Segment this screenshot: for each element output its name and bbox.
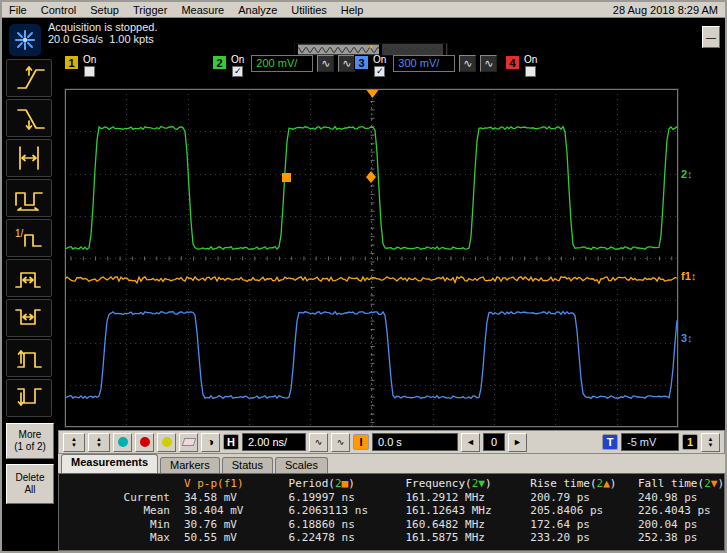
marker-cyan-button[interactable] — [113, 433, 132, 452]
channel-2-waveform-button-1[interactable]: ∿ — [317, 55, 334, 72]
measurement-row-current: Current34.58 mV6.19997 ns161.2912 MHz200… — [85, 491, 724, 505]
delay-field[interactable]: 0.0 s — [372, 433, 458, 451]
collapse-button[interactable]: — — [702, 26, 720, 48]
tab-measurements[interactable]: Measurements — [61, 454, 158, 473]
measurement-row-max: Max50.55 mV6.22478 ns161.5875 MHz233.20 … — [85, 531, 724, 545]
trace-offset-label-2[interactable]: 2↕ — [681, 168, 693, 180]
delay-right-button[interactable]: ► — [508, 433, 527, 452]
channel-2-waveform-button-2[interactable]: ∿ — [338, 55, 355, 72]
hzoom-out-button[interactable]: ∿ — [309, 433, 328, 452]
measure-vmax-button[interactable] — [6, 339, 52, 377]
measure-delta-time-button[interactable] — [6, 139, 52, 177]
measurement-toolbar: 1/ — [6, 59, 52, 417]
memory-bar-handle-right[interactable] — [443, 44, 446, 55]
delete-all-sub: All — [24, 484, 35, 496]
menu-bar: FileControlSetupTriggerMeasureAnalyzeUti… — [2, 2, 725, 18]
svg-text:1/: 1/ — [15, 228, 24, 239]
channel-1-checkbox[interactable] — [84, 66, 95, 77]
measurement-header: Period(2■) — [281, 477, 398, 491]
measurement-value: 200.79 ps — [522, 491, 630, 505]
menu-file[interactable]: File — [9, 4, 27, 16]
measurement-header: Fall time(2▼) — [630, 477, 724, 491]
menu-analyze[interactable]: Analyze — [238, 4, 277, 16]
menu-control[interactable]: Control — [41, 4, 76, 16]
measurement-header: Frequency(2▼) — [397, 477, 522, 491]
menu-setup[interactable]: Setup — [90, 4, 119, 16]
delay-step-field[interactable]: 0 — [483, 433, 505, 451]
hzoom-in-button[interactable]: ∿ — [331, 433, 350, 452]
measure-fall-time-icon — [18, 110, 44, 129]
scope-logo-icon — [9, 24, 41, 56]
menu-items: FileControlSetupTriggerMeasureAnalyzeUti… — [9, 4, 363, 16]
measure-pos-width-icon — [16, 273, 40, 287]
menu-measure[interactable]: Measure — [181, 4, 224, 16]
measure-period-icon — [16, 193, 42, 210]
channel-1-button[interactable]: 1 — [64, 55, 79, 70]
memory-bar-handle-left[interactable] — [295, 44, 298, 55]
measurement-value: 233.20 ps — [522, 531, 630, 545]
display-brightness-button[interactable]: ◑ — [201, 433, 220, 452]
measure-delta-time-icon — [20, 147, 38, 169]
channel-4-button[interactable]: 4 — [505, 55, 520, 70]
timebase-field[interactable]: 2.00 ns/ — [242, 433, 306, 451]
measure-pos-width-button[interactable] — [6, 259, 52, 297]
menu-help[interactable]: Help — [341, 4, 364, 16]
eraser-button[interactable] — [179, 433, 198, 452]
tab-scales[interactable]: Scales — [275, 457, 328, 473]
acquisition-status: Acquisition is stopped. — [48, 21, 157, 33]
grid-spinner-1[interactable]: ▲ ▼ — [63, 433, 85, 452]
more-button[interactable]: More (1 of 2) — [6, 423, 54, 459]
measurement-row-label: Mean — [85, 504, 176, 518]
contrast-icon: ◑ — [207, 435, 214, 449]
measurement-value: 161.5875 MHz — [397, 531, 522, 545]
measurement-value: 6.22478 ns — [281, 531, 398, 545]
grid-spinner-2[interactable]: ▲ ▼ — [88, 433, 110, 452]
delete-all-button[interactable]: Delete All — [6, 464, 54, 504]
channel-3-scale-field[interactable]: 300 mV/ — [393, 55, 455, 72]
channel-2-on-label: On — [231, 55, 244, 65]
channel-4-checkbox[interactable] — [525, 66, 536, 77]
trigger-tag: T — [602, 434, 618, 450]
trigger-level-spinner[interactable]: ▲ ▼ — [701, 433, 720, 452]
trace-offset-label-3[interactable]: 3↕ — [681, 332, 693, 344]
trigger-source-button[interactable]: 1 — [682, 434, 698, 450]
measurement-value: 50.55 mV — [176, 531, 281, 545]
marker-red-button[interactable] — [135, 433, 154, 452]
measurement-value: 205.8406 ps — [522, 504, 630, 518]
channel-3-waveform-button-2[interactable]: ∿ — [480, 55, 497, 72]
delay-left-button[interactable]: ◄ — [461, 433, 480, 452]
more-button-label: More — [19, 429, 42, 441]
clock: 28 Aug 2018 8:29 AM — [613, 4, 718, 16]
measure-frequency-button[interactable]: 1/ — [6, 219, 52, 257]
tab-status[interactable]: Status — [222, 457, 273, 473]
channel-2-scale-field[interactable]: 200 mV/ — [251, 55, 313, 72]
trace-offset-label-f1[interactable]: f1↕ — [681, 270, 696, 282]
yellow-dot-icon — [162, 437, 172, 447]
horizontal-tag: H — [223, 434, 239, 450]
channel-3-checkbox[interactable]: ✓ — [374, 66, 385, 77]
menu-trigger[interactable]: Trigger — [133, 4, 167, 16]
channel-2-button[interactable]: 2 — [212, 55, 227, 70]
measurements-header-row: V p-p(f1)Period(2■)Frequency(2▼)Rise tim… — [85, 477, 724, 491]
measure-vmin-icon — [18, 389, 41, 405]
measurement-value: 6.18860 ns — [281, 518, 398, 532]
channel-2-checkbox[interactable]: ✓ — [232, 66, 243, 77]
channel-3-waveform-button-1[interactable]: ∿ — [459, 55, 476, 72]
channel-4-controls: 4 On — [505, 55, 537, 83]
measure-rise-time-button[interactable] — [6, 59, 52, 97]
tab-markers[interactable]: Markers — [160, 457, 220, 473]
trigger-level-field[interactable]: -5 mV — [621, 433, 679, 451]
scope-display[interactable] — [64, 88, 679, 428]
measure-vmin-button[interactable] — [6, 379, 52, 417]
menu-utilities[interactable]: Utilities — [291, 4, 326, 16]
measure-period-button[interactable] — [6, 179, 52, 217]
delete-all-label: Delete — [16, 472, 45, 484]
channel-3-button[interactable]: 3 — [354, 55, 369, 70]
marker-yellow-button[interactable] — [157, 433, 176, 452]
measure-frequency-icon: 1/ — [15, 228, 41, 246]
measure-fall-time-button[interactable] — [6, 99, 52, 137]
measurement-header: Rise time(2▲) — [522, 477, 630, 491]
sine-icon: ∿ — [321, 57, 330, 69]
measure-neg-width-button[interactable] — [6, 299, 52, 337]
measurement-row-mean: Mean38.404 mV6.2063113 ns161.12643 MHz20… — [85, 504, 724, 518]
